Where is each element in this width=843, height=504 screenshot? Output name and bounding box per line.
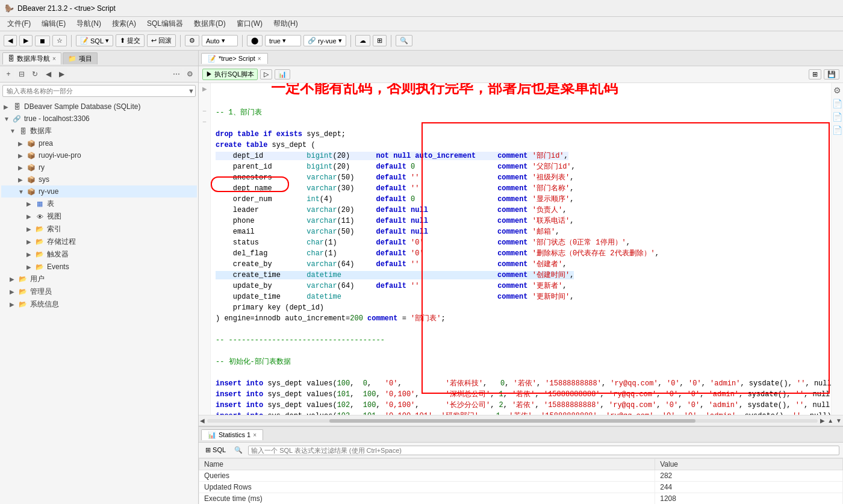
tree-item-dbeaver-sample[interactable]: ▶ 🗄 DBeaver Sample Database (SQLite) bbox=[1, 101, 197, 113]
script-tab-icon: 📝 bbox=[208, 55, 216, 63]
script-tab-close[interactable]: × bbox=[258, 55, 261, 62]
tree-item-sysinfo[interactable]: ▶ 📂 系统信息 bbox=[1, 298, 197, 311]
stats-table-container: Name Value Queries 282 Updated Rows bbox=[199, 458, 843, 504]
execute-script-btn[interactable]: ▶ 执行SQL脚本 bbox=[202, 69, 258, 80]
tree-item-prea[interactable]: ▶ 📦 prea bbox=[1, 137, 197, 149]
search-toolbar-button[interactable]: 🔍 bbox=[396, 35, 412, 46]
stats-tab-close[interactable]: × bbox=[253, 432, 257, 438]
explain-btn[interactable]: 📊 bbox=[275, 69, 290, 79]
stats-filter-btn[interactable]: 🔍 bbox=[231, 445, 246, 455]
new-connection-btn[interactable]: + bbox=[2, 68, 14, 80]
menu-file[interactable]: 文件(F) bbox=[2, 17, 36, 30]
settings-button[interactable]: ⚙ bbox=[185, 35, 199, 46]
rollback-button[interactable]: ↩ 回滚 bbox=[147, 34, 176, 47]
tree-item-users[interactable]: ▶ 📂 用户 bbox=[1, 273, 197, 285]
panel-tabs: 🗄 数据库导航 × 📁 项目 bbox=[0, 51, 198, 66]
gutter-line-1: ▶ bbox=[202, 86, 207, 96]
scroll-track[interactable] bbox=[207, 419, 818, 423]
db-nav-close[interactable]: × bbox=[52, 55, 56, 62]
submit-button[interactable]: ⬆ 提交 bbox=[116, 34, 145, 47]
code-line-dept-id: dept_id bigint(20) not null auto_increme… bbox=[216, 152, 568, 160]
left-panel: 🗄 数据库导航 × 📁 项目 + ⊟ ↻ ◀ ▶ ⋯ ⚙ ▼ bbox=[0, 51, 199, 504]
search-input[interactable] bbox=[2, 85, 196, 97]
bookmark-button[interactable]: ☆ bbox=[52, 35, 67, 46]
gear-icon-1[interactable]: ⚙ bbox=[833, 86, 841, 95]
connection-dropdown[interactable]: 🔗 ry-vue ▾ bbox=[303, 35, 346, 46]
save-btn[interactable]: 💾 bbox=[824, 69, 839, 79]
menu-window[interactable]: 窗口(W) bbox=[232, 17, 267, 30]
status-button[interactable]: ⬤ bbox=[247, 35, 263, 46]
tree-item-database-folder[interactable]: ▼ 🗄 数据库 bbox=[1, 125, 197, 137]
nav-back-btn[interactable]: ◀ bbox=[42, 68, 54, 80]
scroll-right-arrow[interactable]: ▶ bbox=[820, 417, 825, 424]
tree-item-views[interactable]: ▶ 👁 视图 bbox=[1, 210, 197, 223]
stats-sql-btn[interactable]: ⊞ SQL bbox=[202, 445, 229, 455]
tab-script[interactable]: 📝 *true> Script × bbox=[201, 53, 268, 64]
sql-button[interactable]: 📝 SQL ▾ bbox=[76, 35, 113, 46]
file-icon-3[interactable]: 📄 bbox=[832, 125, 842, 135]
scroll-left-arrow[interactable]: ◀ bbox=[200, 417, 205, 424]
bottom-panel: 📊 Statistics 1 × ⊞ SQL 🔍 bbox=[199, 426, 843, 504]
sql-icon: 📝 bbox=[80, 37, 89, 45]
tree-item-ry[interactable]: ▶ 📦 ry bbox=[1, 161, 197, 173]
expander-events: ▶ bbox=[26, 264, 35, 270]
gutter: ▶ – – bbox=[199, 83, 211, 415]
execute-selected-btn[interactable]: ▷ bbox=[260, 69, 272, 79]
tree-item-tables[interactable]: ▶ ▦ 表 bbox=[1, 198, 197, 210]
ry-vue-icon: 📦 bbox=[26, 187, 36, 196]
rollback-icon: ↩ bbox=[151, 37, 157, 45]
tree-item-indexes[interactable]: ▶ 📂 索引 bbox=[1, 223, 197, 235]
menu-sql-editor[interactable]: SQL编辑器 bbox=[142, 17, 188, 30]
stats-row-queries: Queries 282 bbox=[199, 470, 843, 482]
nav-fwd-btn[interactable]: ▶ bbox=[55, 68, 67, 80]
horizontal-scroll[interactable]: ◀ ▶ ▲ ▼ bbox=[199, 415, 843, 426]
expander-sys: ▶ bbox=[18, 176, 26, 183]
cloud-button[interactable]: ☁ bbox=[355, 35, 370, 46]
scroll-down-arrow[interactable]: ▼ bbox=[836, 417, 842, 424]
tab-db-navigator[interactable]: 🗄 数据库导航 × bbox=[2, 52, 61, 64]
scroll-up-arrow[interactable]: ▲ bbox=[827, 417, 833, 424]
menu-edit[interactable]: 编辑(E) bbox=[37, 17, 70, 30]
menu-database[interactable]: 数据库(D) bbox=[189, 17, 231, 30]
tree-item-procedures[interactable]: ▶ 📂 存储过程 bbox=[1, 235, 197, 248]
tab-project[interactable]: 📁 项目 bbox=[63, 52, 98, 64]
tab-statistics[interactable]: 📊 Statistics 1 × bbox=[201, 429, 263, 440]
tree-item-admins[interactable]: ▶ 📂 管理员 bbox=[1, 285, 197, 298]
menu-nav[interactable]: 导航(N) bbox=[72, 17, 106, 30]
stats-row-updated: Updated Rows 244 bbox=[199, 482, 843, 493]
refresh-btn[interactable]: ↻ bbox=[29, 68, 41, 80]
tree-item-ry-vue[interactable]: ▼ 📦 ry-vue bbox=[1, 185, 197, 198]
main-toolbar: ◀ ▶ ⏹ ☆ 📝 SQL ▾ ⬆ 提交 ↩ 回滚 ⚙ Auto ▾ ⬤ tru… bbox=[0, 31, 843, 51]
nav-forward-button[interactable]: ▶ bbox=[19, 35, 33, 46]
db-nav-icon: 🗄 bbox=[8, 55, 14, 62]
filter-icon[interactable]: ▼ bbox=[188, 87, 194, 95]
tree-item-sys[interactable]: ▶ 📦 sys bbox=[1, 173, 197, 185]
menu-help[interactable]: 帮助(H) bbox=[269, 17, 303, 30]
code-area: -- 1、部门表 drop table if exists sys_dept; … bbox=[211, 83, 831, 415]
nav-back-button[interactable]: ◀ bbox=[4, 35, 17, 46]
insert-100: insert into sys_dept values(100, 0, '0',… bbox=[216, 379, 831, 388]
file-icon-1[interactable]: 📄 bbox=[832, 99, 842, 108]
tree-item-events[interactable]: ▶ 📂 Events bbox=[1, 261, 197, 273]
file-icon-2[interactable]: 📄 bbox=[832, 112, 842, 122]
grid-button[interactable]: ⊞ bbox=[373, 35, 387, 46]
menu-search[interactable]: 搜索(A) bbox=[107, 17, 141, 30]
bottom-tabs: 📊 Statistics 1 × bbox=[199, 427, 843, 443]
auto-dropdown[interactable]: Auto ▾ bbox=[202, 35, 238, 46]
stats-filter-input[interactable] bbox=[248, 446, 839, 455]
separator-5 bbox=[391, 35, 391, 47]
stop-button[interactable]: ⏹ bbox=[35, 36, 50, 46]
scroll-thumb[interactable] bbox=[329, 419, 696, 423]
panel-settings-btn[interactable]: ⚙ bbox=[184, 68, 196, 80]
gutter-line-3: – bbox=[203, 118, 207, 129]
tree-item-ruoyi-vue-pro[interactable]: ▶ 📦 ruoyi-vue-pro bbox=[1, 149, 197, 161]
code-content[interactable]: -- 1、部门表 drop table if exists sys_dept; … bbox=[211, 83, 831, 415]
dropdown-arrow: ▾ bbox=[222, 37, 225, 45]
panel-filter-btn[interactable]: ⋯ bbox=[170, 68, 182, 80]
tree-item-triggers[interactable]: ▶ 📂 触发器 bbox=[1, 248, 197, 261]
true-dropdown[interactable]: true ▾ bbox=[265, 35, 301, 46]
collapse-all-btn[interactable]: ⊟ bbox=[16, 68, 28, 80]
tree-item-true-conn[interactable]: ▼ 🔗 true - localhost:3306 bbox=[1, 113, 197, 125]
row-updated-value: 244 bbox=[655, 482, 843, 493]
format-btn[interactable]: ⊞ bbox=[809, 69, 821, 79]
